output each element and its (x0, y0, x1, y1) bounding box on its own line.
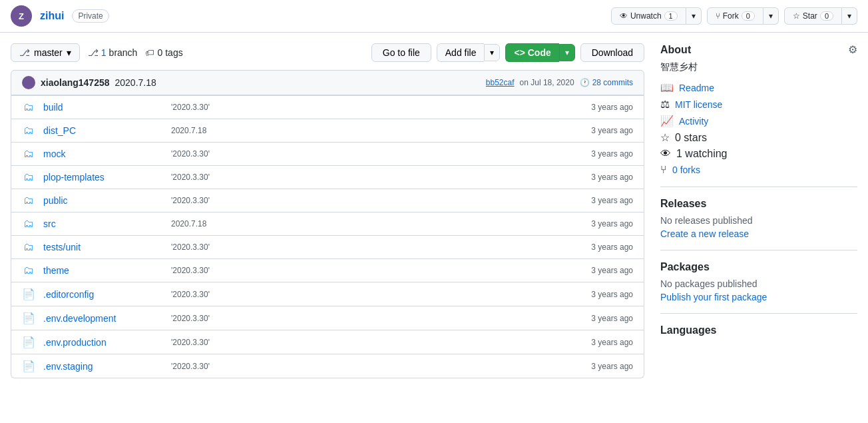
commit-sha[interactable]: bb52caf (486, 78, 515, 87)
file-time: 3 years ago (591, 338, 633, 347)
languages-section: Languages (660, 324, 857, 336)
file-name-link[interactable]: plop-templates (43, 172, 163, 183)
table-row: 🗂 src 2020.7.18 3 years ago (11, 212, 644, 235)
repo-content: ⎇ master ▾ ⎇ 1 branch 🏷 0 tags Go to fil… (11, 43, 644, 378)
commit-count: 🕐 28 commits (580, 78, 633, 87)
table-row: 🗂 build '2020.3.30' 3 years ago (11, 95, 644, 119)
file-icon-svg: 📄 (22, 336, 35, 348)
file-name-link[interactable]: src (43, 218, 163, 229)
repo-name[interactable]: zihui (40, 10, 64, 22)
file-commit-message: '2020.3.30' (171, 290, 583, 299)
tag-count-link[interactable]: 🏷 0 tags (145, 47, 182, 58)
tag-icon: 🏷 (145, 47, 154, 58)
watching-link[interactable]: 👁 1 watching (660, 148, 857, 160)
addfile-dropdown[interactable]: ▾ (484, 44, 500, 61)
folder-icon: 🗂 (22, 101, 35, 113)
file-name-link[interactable]: theme (43, 265, 163, 276)
history-icon: 🕐 (580, 78, 590, 87)
file-commit-message: '2020.3.30' (171, 149, 583, 159)
branch-count-link[interactable]: ⎇ 1 branch (88, 47, 138, 58)
table-row: 🗂 public '2020.3.30' 3 years ago (11, 189, 644, 212)
code-button[interactable]: <> Code (505, 43, 558, 62)
file-name-link[interactable]: mock (43, 149, 163, 159)
file-commit-message: '2020.3.30' (171, 314, 583, 323)
star-button[interactable]: ☆ Star 0 (784, 7, 842, 25)
main-content: ⎇ master ▾ ⎇ 1 branch 🏷 0 tags Go to fil… (0, 33, 868, 389)
commit-bar: xiaolang147258 2020.7.18 bb52caf on Jul … (11, 70, 644, 95)
file-name-link[interactable]: public (43, 195, 163, 206)
file-name-link[interactable]: .env.staging (43, 361, 163, 372)
create-release-link[interactable]: Create a new release (660, 228, 749, 239)
stars-link[interactable]: ☆ 0 stars (660, 131, 857, 144)
addfile-button[interactable]: Add file (437, 43, 485, 62)
unwatch-button[interactable]: 👁 Unwatch 1 (611, 7, 686, 25)
addfile-group: Add file ▾ (437, 43, 501, 62)
download-button[interactable]: Download (580, 43, 644, 62)
settings-icon[interactable]: ⚙ (848, 43, 857, 56)
commit-date: on Jul 18, 2020 (520, 78, 574, 87)
publish-package-link[interactable]: Publish your first package (660, 292, 767, 302)
commit-author[interactable]: xiaolang147258 (41, 77, 110, 88)
fork-button[interactable]: ⑂ Fork 0 (707, 7, 763, 25)
scale-icon: ⚖ (660, 98, 670, 111)
sidebar: About ⚙ 智慧乡村 📖 Readme ⚖ MIT license 📈 Ac… (660, 43, 857, 378)
activity-icon: 📈 (660, 115, 674, 127)
commits-link[interactable]: 28 commits (592, 78, 633, 87)
languages-title: Languages (660, 324, 857, 336)
code-dropdown[interactable]: ▾ (559, 44, 575, 61)
about-description: 智慧乡村 (660, 61, 857, 73)
releases-title: Releases (660, 198, 857, 210)
table-row: 📄 .env.production '2020.3.30' 3 years ag… (11, 330, 644, 354)
table-row: 🗂 theme '2020.3.30' 3 years ago (11, 258, 644, 282)
branch-selector[interactable]: ⎇ master ▾ (11, 43, 80, 62)
file-name-link[interactable]: .env.production (43, 337, 163, 348)
file-name-link[interactable]: .editorconfig (43, 289, 163, 300)
branch-bar: ⎇ master ▾ ⎇ 1 branch 🏷 0 tags Go to fil… (11, 43, 644, 62)
packages-title: Packages (660, 261, 857, 273)
folder-icon: 🗂 (22, 241, 35, 253)
file-name-link[interactable]: tests/unit (43, 242, 163, 252)
star-icon: ☆ (793, 11, 800, 21)
file-name-link[interactable]: .env.development (43, 313, 163, 324)
readme-link[interactable]: 📖 Readme (660, 81, 857, 94)
packages-section: Packages No packages published Publish y… (660, 261, 857, 314)
table-row: 🗂 tests/unit '2020.3.30' 3 years ago (11, 235, 644, 258)
file-time: 3 years ago (591, 290, 633, 299)
fork-dropdown[interactable]: ▾ (763, 7, 779, 25)
table-row: 🗂 dist_PC 2020.7.18 3 years ago (11, 119, 644, 142)
forks-link[interactable]: ⑂ 0 forks (660, 164, 857, 176)
unwatch-dropdown[interactable]: ▾ (686, 7, 702, 25)
file-time: 3 years ago (591, 103, 633, 112)
table-row: 📄 .editorconfig '2020.3.30' 3 years ago (11, 282, 644, 306)
goto-file-button[interactable]: Go to file (371, 43, 431, 62)
folder-icon: 🗂 (22, 125, 35, 137)
about-links: 📖 Readme ⚖ MIT license 📈 Activity ☆ 0 st… (660, 81, 857, 176)
branch-icon: ⎇ (19, 47, 30, 58)
file-time: 3 years ago (591, 266, 633, 275)
about-header: About ⚙ (660, 43, 857, 56)
folder-icon: 🗂 (22, 195, 35, 207)
releases-section: Releases No releases published Create a … (660, 198, 857, 250)
file-name-link[interactable]: build (43, 102, 163, 113)
file-time: 3 years ago (591, 173, 633, 182)
branch-count-icon: ⎇ (88, 47, 99, 58)
file-commit-message: 2020.7.18 (171, 219, 583, 228)
star-dropdown[interactable]: ▾ (842, 7, 857, 25)
book-icon: 📖 (660, 81, 674, 94)
file-commit-message: '2020.3.30' (171, 266, 583, 275)
about-section: About ⚙ 智慧乡村 📖 Readme ⚖ MIT license 📈 Ac… (660, 43, 857, 187)
table-row: 📄 .env.development '2020.3.30' 3 years a… (11, 306, 644, 330)
file-time: 3 years ago (591, 196, 633, 205)
eye-icon-sidebar: 👁 (660, 148, 671, 160)
folder-icon: 🗂 (22, 148, 35, 160)
fork-icon-sidebar: ⑂ (660, 164, 667, 176)
table-row: 🗂 mock '2020.3.30' 3 years ago (11, 142, 644, 165)
file-commit-message: '2020.3.30' (171, 242, 583, 252)
file-time: 3 years ago (591, 242, 633, 252)
folder-icon: 🗂 (22, 218, 35, 230)
file-time: 3 years ago (591, 362, 633, 371)
license-link[interactable]: ⚖ MIT license (660, 98, 857, 111)
file-name-link[interactable]: dist_PC (43, 125, 163, 136)
star-group: ☆ Star 0 ▾ (784, 7, 857, 25)
activity-link[interactable]: 📈 Activity (660, 115, 857, 127)
